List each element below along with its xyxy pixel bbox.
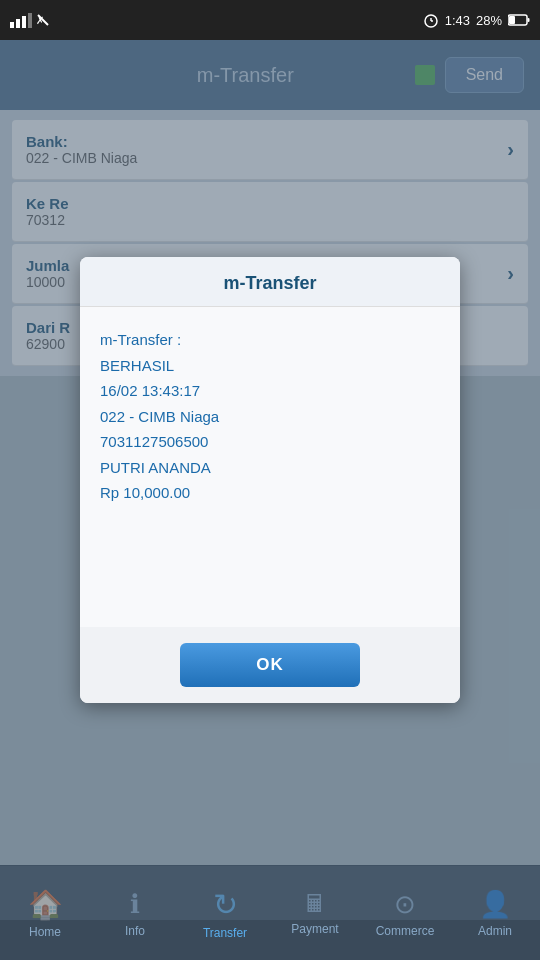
transfer-status: BERHASIL: [100, 357, 174, 374]
nav-label-info: Info: [125, 924, 145, 938]
transfer-account: 7031127506500: [100, 433, 208, 450]
svg-text:✗: ✗: [36, 15, 44, 26]
mute-icon: ✗: [36, 13, 50, 27]
transfer-name: PUTRI ANANDA: [100, 459, 211, 476]
nav-label-commerce: Commerce: [376, 924, 435, 938]
ok-button[interactable]: OK: [180, 643, 360, 687]
status-time: 1:43: [445, 13, 470, 28]
svg-rect-10: [509, 16, 515, 24]
transfer-label: m-Transfer :: [100, 331, 181, 348]
svg-rect-0: [10, 22, 14, 28]
modal-content: m-Transfer : BERHASIL 16/02 13:43:17 022…: [100, 327, 440, 506]
modal-body: m-Transfer : BERHASIL 16/02 13:43:17 022…: [80, 307, 460, 627]
transfer-bank: 022 - CIMB Niaga: [100, 408, 219, 425]
transfer-datetime: 16/02 13:43:17: [100, 382, 200, 399]
modal-title: m-Transfer: [100, 273, 440, 294]
status-left: ✗: [10, 12, 50, 28]
transfer-amount: Rp 10,000.00: [100, 484, 190, 501]
status-battery-percent: 28%: [476, 13, 502, 28]
svg-rect-3: [28, 13, 32, 28]
modal-header: m-Transfer: [80, 257, 460, 307]
nav-label-home: Home: [29, 925, 61, 939]
svg-rect-1: [16, 19, 20, 28]
signal-icon: [10, 12, 32, 28]
svg-rect-11: [528, 18, 530, 22]
nav-label-admin: Admin: [478, 924, 512, 938]
status-bar: ✗ 1:43 28%: [0, 0, 540, 40]
modal-footer: OK: [80, 627, 460, 703]
nav-label-payment: Payment: [291, 922, 338, 936]
alarm-icon: [423, 12, 439, 28]
battery-icon: [508, 14, 530, 26]
transfer-result-modal: m-Transfer m-Transfer : BERHASIL 16/02 1…: [80, 257, 460, 703]
nav-label-transfer: Transfer: [203, 926, 247, 940]
status-right: 1:43 28%: [423, 12, 530, 28]
svg-rect-2: [22, 16, 26, 28]
modal-overlay: m-Transfer m-Transfer : BERHASIL 16/02 1…: [0, 40, 540, 920]
